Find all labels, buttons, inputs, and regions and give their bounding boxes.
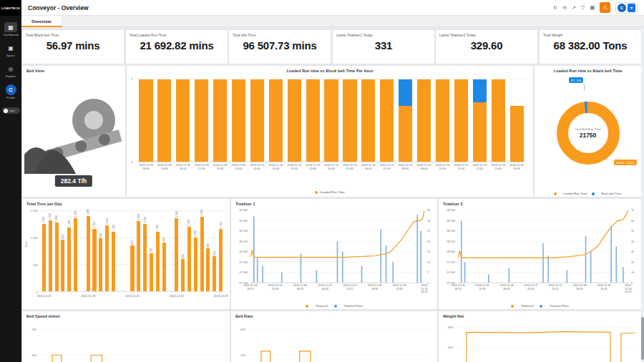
x-axis-label: 2024-12-1012:00 xyxy=(470,164,489,178)
alert-button[interactable]: ⚠ xyxy=(600,2,610,13)
totaliser2-card: Totaliser 2 68 40068 30068 20068 10068 0… xyxy=(438,198,642,310)
scrollbar[interactable] xyxy=(641,27,644,362)
tons-bar xyxy=(99,238,102,291)
line-plot[interactable] xyxy=(458,210,628,283)
tab-label: Overview xyxy=(31,19,52,24)
x-axis-label: 2024-12-1010:00 xyxy=(434,164,452,178)
weight-net-chart[interactable]: 800600 xyxy=(439,311,641,362)
comment-icon[interactable]: ✉ xyxy=(562,5,567,11)
y-axis-tick: 400 xyxy=(240,353,245,357)
y-axis-tick: 68 300 xyxy=(239,220,248,222)
bar-column xyxy=(452,79,470,162)
kpi-value: 96 507.73 mins xyxy=(229,39,331,52)
bar-value-label: 1 150 xyxy=(93,222,96,228)
callout-connector xyxy=(584,84,585,91)
bar-column: 1 350 xyxy=(72,210,79,291)
bar-column xyxy=(415,79,434,162)
bar-column xyxy=(155,79,174,162)
profile-avatar: C xyxy=(6,84,16,95)
bars: 1 2501 3201 2809501 1801 3501 4001 15098… xyxy=(41,210,224,291)
conveyor-illustration xyxy=(24,77,125,181)
bar-value-label: 1 150 xyxy=(220,222,223,228)
bar-column: 1 220 xyxy=(104,210,110,291)
kpi-latest-totaliser2: Latest Totaliser2 Today 329.60 xyxy=(435,29,538,64)
hourly-bar-chart-card: Loaded Run time vs Block belt Time Per H… xyxy=(126,65,534,197)
loaded-run-bar-segment xyxy=(436,79,449,162)
y-axis-tick: 60 xyxy=(631,220,634,222)
theme-toggle[interactable]: Light xyxy=(2,107,20,114)
x-axis-label: 2024-12-0922:00 xyxy=(211,164,230,178)
bar-column xyxy=(489,79,507,162)
y-axis-tick: 10 xyxy=(427,261,430,264)
belt-rate-chart[interactable]: 600400 xyxy=(231,311,437,362)
loaded-run-bar-segment xyxy=(139,79,152,162)
line-plot[interactable] xyxy=(250,210,424,283)
bar-value-label: 1 250 xyxy=(42,217,45,223)
sidebar-item-space[interactable]: ▣ Space xyxy=(4,43,17,57)
sidebar-item-dashboard[interactable]: ▦ Dashboard xyxy=(4,22,19,36)
legend-label: Loaded Run Time xyxy=(563,192,587,195)
bar-column xyxy=(341,79,359,162)
loaded-run-bar-segment xyxy=(361,79,375,162)
belt-speed-chart[interactable]: 150100 xyxy=(22,311,230,362)
y-axis-tick: 0 xyxy=(131,160,132,164)
tons-bar xyxy=(67,228,71,291)
loaded-run-bar-segment xyxy=(306,79,320,162)
bar-chart-plot[interactable]: 1 2501 3201 2809501 1801 3501 4001 15098… xyxy=(41,210,224,292)
y-axis-tick: 35 xyxy=(427,209,430,212)
x-axis-label: 2024-12-1000:00 xyxy=(248,164,266,178)
totaliser2-chart[interactable]: 68 40068 30068 20068 10068 00067 90067 8… xyxy=(439,199,641,309)
y-axis-tick: 0 xyxy=(36,290,38,294)
bar-column xyxy=(192,79,211,162)
y-axis-tick: 40 xyxy=(631,240,634,243)
tons-bar xyxy=(55,222,59,291)
line-plot[interactable] xyxy=(456,321,635,362)
sidebar-item-profile[interactable]: C Profile xyxy=(6,84,16,99)
kpi-label: Total Idle Time xyxy=(229,30,331,37)
bar-value-label: 1 200 xyxy=(187,220,190,226)
loaded-run-bar-segment xyxy=(380,79,394,162)
x-axis-label: 2024-12-1001:00 xyxy=(266,164,285,178)
kpi-label: Latest Totaliser1 Today xyxy=(333,30,434,37)
tons-bar xyxy=(150,253,153,291)
scrollbar-thumb[interactable] xyxy=(641,317,644,360)
donut-chart[interactable] xyxy=(553,98,623,168)
loaded-run-bar-segment xyxy=(288,79,301,162)
tons-bar xyxy=(187,227,191,291)
belt-rate-badge: 282.4 T/h xyxy=(55,175,92,187)
bar-value-label: 800 xyxy=(207,243,210,248)
bar-column: 600 xyxy=(180,210,186,291)
tons-bar xyxy=(92,229,96,291)
totaliser1-chart[interactable]: 68 40068 30068 20068 10068 00067 90067 8… xyxy=(231,199,437,309)
share-icon[interactable]: ↗ xyxy=(572,5,576,11)
bar-column xyxy=(303,79,322,162)
x-axis-label: 2024-12-1003:00 xyxy=(303,164,322,178)
x-axis: 2024-12-0418:152024-12-0513:302024-12-06… xyxy=(250,284,424,293)
tons-bar xyxy=(206,248,210,291)
x-axis-label: 2024-12-0513:30 xyxy=(268,284,282,290)
sidebar-item-label: Dashboard xyxy=(4,33,19,36)
y-axis-tick: 5 xyxy=(427,271,429,274)
user-menu[interactable]: C ▾ xyxy=(615,2,638,14)
apps-icon[interactable]: ▦ xyxy=(590,5,595,11)
tons-bar xyxy=(112,232,115,291)
donut-chart-area[interactable]: Total Belt Run Time2175057 - 0%21693 - 1… xyxy=(535,74,641,187)
black-belt-bar-segment xyxy=(399,79,412,106)
explore-icon: ◎ xyxy=(4,64,17,74)
bar-column xyxy=(434,79,452,162)
tons-bar xyxy=(213,256,216,291)
tons-bar xyxy=(105,225,109,291)
bar-chart-plot[interactable] xyxy=(137,79,526,162)
right-axis: 35302520151050 xyxy=(426,210,437,283)
line-plot[interactable] xyxy=(39,321,224,362)
refresh-icon[interactable]: ↻ xyxy=(553,5,557,11)
sidebar-item-explore[interactable]: ◎ Explore xyxy=(4,64,17,78)
loaded-run-bar-segment xyxy=(399,106,412,162)
bar-column xyxy=(396,79,415,162)
line-plot[interactable] xyxy=(248,321,431,362)
legend-label: Totaliser2 xyxy=(521,304,534,308)
tab-overview[interactable]: Overview xyxy=(21,16,62,27)
filter-icon[interactable]: ▽ xyxy=(581,5,585,11)
x-axis-label: 2024-12-0418:15 xyxy=(243,284,257,290)
bar-column: 1 100 xyxy=(110,210,117,291)
